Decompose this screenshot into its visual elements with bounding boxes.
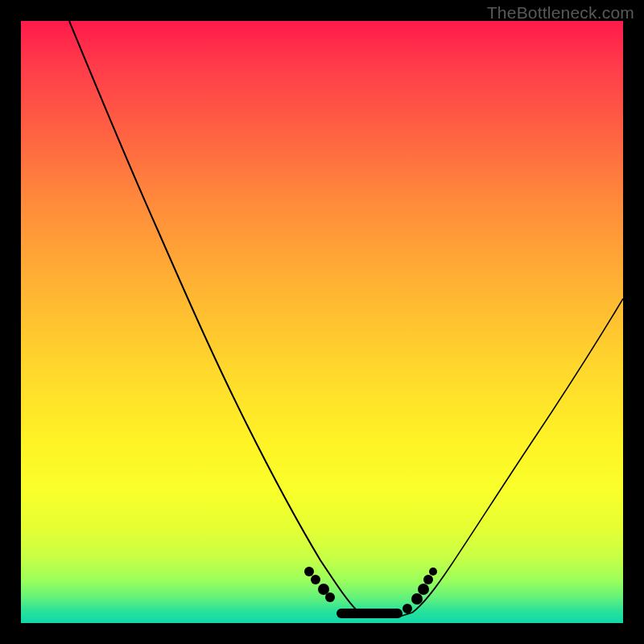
curve-layer [21, 21, 623, 623]
svg-point-7 [418, 584, 429, 595]
svg-point-8 [423, 575, 433, 584]
svg-point-9 [429, 568, 437, 576]
svg-point-0 [304, 567, 314, 576]
plot-area [21, 21, 623, 623]
watermark-text: TheBottleneck.com [487, 3, 634, 23]
svg-point-5 [402, 604, 412, 613]
left-curve [69, 21, 399, 617]
chart-frame: TheBottleneck.com [0, 0, 644, 644]
svg-point-6 [411, 593, 423, 605]
svg-rect-4 [336, 609, 402, 618]
valley-markers [304, 567, 437, 618]
svg-point-1 [311, 575, 320, 584]
svg-point-3 [325, 592, 335, 602]
